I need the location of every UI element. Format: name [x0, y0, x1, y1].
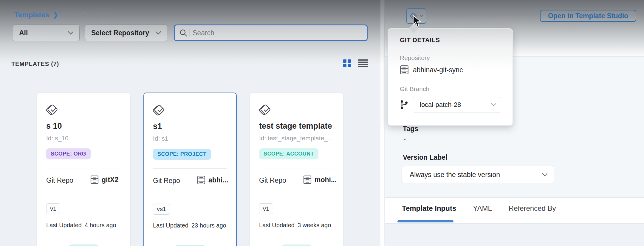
branch-row: local-patch-28 [400, 97, 501, 113]
branch-dropdown[interactable]: local-patch-28 [413, 97, 501, 113]
template-icon [409, 12, 418, 21]
active-tab-indicator [397, 220, 453, 222]
scope-badge: SCOPE: PROJECT [153, 149, 211, 160]
last-updated-value: 23 hours ago [191, 222, 226, 229]
repository-icon [400, 65, 409, 75]
templates-count-label: TEMPLATES (7) [11, 61, 59, 67]
last-updated-value: 4 hours ago [85, 222, 116, 229]
details-tab-bar: Template Inputs YAML Referenced By [385, 197, 644, 224]
chevron-down-icon [419, 15, 423, 17]
list-view-icon[interactable] [358, 59, 368, 67]
git-repo-value: mohi... [315, 176, 337, 184]
template-title: s 10 [46, 122, 62, 131]
open-studio-label: Open in Template Studio [548, 12, 628, 20]
template-id: Id: s_10 [46, 135, 69, 142]
version-label-value: Always use the stable version [410, 171, 500, 179]
template-icon [46, 103, 61, 119]
divider [153, 194, 227, 194]
last-updated-label: Last Updated [259, 222, 295, 229]
divider [46, 168, 121, 168]
version-chip: v1 [259, 203, 273, 214]
search-placeholder: Search [193, 29, 214, 37]
git-repo-label: Git Repo [46, 176, 73, 184]
view-toggles [343, 59, 368, 68]
version-chip: v1 [46, 203, 60, 214]
chevron-down-icon [68, 31, 73, 35]
scope-badge: SCOPE: ORG [46, 148, 91, 159]
last-updated: Last Updated 23 hours ago [153, 222, 226, 229]
type-filter-dropdown[interactable]: All [13, 24, 80, 41]
tags-label: Tags [403, 125, 418, 133]
git-details-title: GIT DETAILS [400, 36, 440, 44]
repository-value-row: abhinav-git-sync [400, 65, 463, 75]
divider [259, 168, 334, 168]
template-card-test-stage[interactable]: test stage template ... Id: test_stage_t… [250, 93, 343, 246]
tags-value: - [403, 135, 406, 143]
git-branch-icon [400, 100, 408, 110]
breadcrumb-separator-icon: ❯ [53, 11, 58, 19]
search-icon [179, 29, 187, 37]
divider [259, 194, 334, 194]
repository-icon [303, 175, 312, 184]
git-repo-label: Git Repo [259, 176, 286, 184]
last-updated-label: Last Updated [46, 222, 82, 229]
repository-icon [90, 175, 99, 184]
stage-templates-screen: Templates ❯ Stage Templates All Select R… [0, 0, 644, 246]
breadcrumb: Templates ❯ Stage Templates [14, 11, 115, 19]
scope-badge: SCOPE: ACCOUNT [259, 148, 318, 159]
grid-view-icon[interactable] [343, 59, 352, 68]
breadcrumb-current: Stage Templates [62, 11, 115, 19]
breadcrumb-templates-link[interactable]: Templates [14, 11, 49, 19]
repository-filter-dropdown[interactable]: Select Repository [85, 24, 167, 41]
type-filter-value: All [19, 29, 28, 37]
chevron-down-icon [542, 173, 547, 176]
version-label-heading: Version Label [403, 153, 448, 162]
git-repo-row: Git Repo mohi... [259, 175, 334, 186]
repository-icon [197, 176, 205, 184]
open-in-template-studio-button[interactable]: Open in Template Studio [540, 10, 636, 22]
templates-list-panel: Templates ❯ Stage Templates All Select R… [0, 0, 385, 246]
tab-referenced-by[interactable]: Referenced By [509, 204, 556, 213]
template-title: s1 [153, 122, 162, 131]
divider [153, 168, 227, 169]
tab-template-inputs[interactable]: Template Inputs [402, 204, 456, 213]
stable-badge [68, 245, 100, 246]
git-details-popup: GIT DETAILS Repository abhinav-git-sync … [388, 28, 513, 126]
template-id: Id: s1 [153, 135, 168, 142]
stable-badge [281, 245, 313, 246]
search-input[interactable]: Search [174, 24, 368, 41]
last-updated-label: Last Updated [153, 222, 188, 229]
last-updated: Last Updated 4 hours ago [46, 222, 116, 229]
git-details-toggle-button[interactable] [406, 8, 426, 24]
git-repo-value: abhi... [208, 176, 228, 184]
scrollbar-track[interactable] [380, 0, 384, 246]
branch-value: local-patch-28 [420, 101, 461, 109]
repository-label: Repository [400, 54, 430, 61]
git-repo-row: Git Repo abhi... [153, 176, 227, 186]
template-title: test stage template ... [259, 122, 335, 131]
git-repo-label: Git Repo [153, 177, 180, 185]
version-label-dropdown[interactable]: Always use the stable version [402, 166, 554, 183]
template-icon [258, 103, 274, 119]
git-repo-value: gitX2 [102, 176, 118, 184]
last-updated: Last Updated 3 weeks ago [259, 222, 331, 229]
chevron-down-icon [491, 103, 496, 106]
template-id: Id: test_stage_template_... [259, 135, 333, 142]
last-updated-value: 3 weeks ago [298, 222, 331, 229]
repository-value: abhinav-git-sync [413, 66, 463, 74]
git-repo-row: Git Repo gitX2 [46, 175, 121, 186]
template-cards-grid: s 10 Id: s_10 SCOPE: ORG Git Repo [37, 93, 343, 246]
stable-badge [174, 245, 206, 246]
tab-yaml[interactable]: YAML [473, 204, 492, 213]
divider [46, 194, 121, 194]
tab-content-area [385, 224, 644, 246]
chevron-down-icon [156, 31, 161, 35]
template-card-s1[interactable]: s1 Id: s1 SCOPE: PROJECT Git Repo [143, 93, 237, 246]
repository-filter-value: Select Repository [91, 29, 149, 37]
template-icon [152, 103, 168, 119]
text-cursor [190, 29, 190, 37]
version-chip: vs1 [153, 204, 170, 215]
git-branch-label: Git Branch [400, 85, 429, 93]
template-card-s10[interactable]: s 10 Id: s_10 SCOPE: ORG Git Repo [37, 93, 130, 246]
